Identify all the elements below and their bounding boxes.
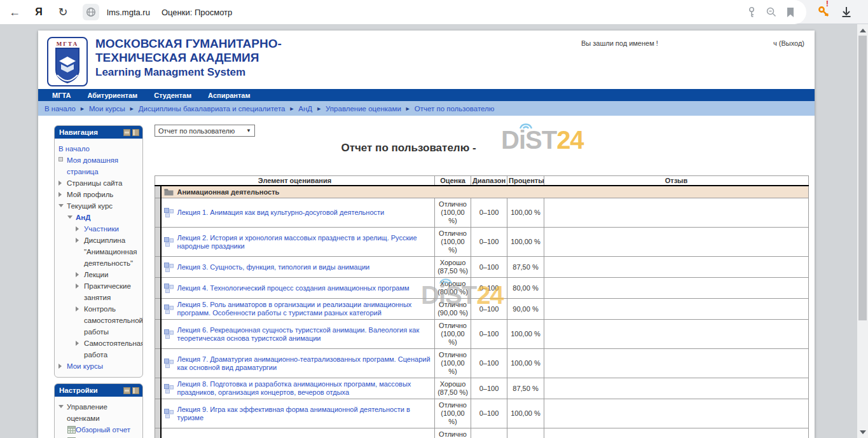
breadcrumb-link[interactable]: В начало — [45, 105, 76, 113]
nav-item-4[interactable]: Аспирантам — [208, 92, 250, 99]
feedback-cell — [544, 257, 809, 278]
vertical-scrollbar[interactable] — [857, 24, 868, 438]
scroll-up-arrow[interactable] — [857, 25, 868, 35]
refresh-button[interactable]: ↻ — [53, 3, 72, 22]
sidebar-item-label: Обзорный отчет — [76, 424, 140, 435]
range-cell: 0–100 — [471, 228, 507, 257]
grade-item-cell: Лекция 6. Рекреационная сущность туристс… — [161, 320, 435, 349]
sidebar-item-label: Мой профиль — [67, 189, 140, 200]
sidebar-item[interactable]: Мои курсы — [59, 360, 140, 372]
indent-cell — [155, 428, 161, 438]
column-header: Оценка — [435, 176, 471, 186]
expand-arrow-icon — [76, 284, 79, 289]
site-info-chip[interactable] — [83, 4, 99, 20]
breadcrumb-link[interactable]: Мои курсы — [89, 105, 125, 113]
main-nav: МГТААбитуриентамСтудентамАспирантам — [38, 89, 815, 101]
grade-item-link[interactable]: Лекция 7. Драматургия анимационно-театра… — [177, 355, 432, 372]
indent-cell — [155, 186, 161, 198]
password-alert-icon[interactable]: ! — [817, 5, 829, 19]
grade-item-link[interactable]: Лекция 9. Игра как эффективная форма ани… — [177, 406, 432, 422]
grade-item-link[interactable]: Лекция 3. Сущность, функция, типология и… — [177, 263, 370, 271]
lesson-icon — [164, 305, 174, 314]
sidebar-item[interactable]: Участники — [59, 223, 140, 235]
sidebar-item[interactable]: Практические занятия — [59, 280, 140, 303]
grade-item-cell: Лекция 3. Сущность, функция, типология и… — [161, 257, 435, 278]
grade-item-cell: Лекция 2. История и хронология массовых … — [161, 228, 435, 257]
range-cell: 0–100 — [471, 378, 507, 399]
range-cell: 0–100 — [471, 299, 507, 320]
sidebar-item[interactable]: В начало — [59, 143, 140, 154]
range-cell: 0–100 — [471, 320, 507, 349]
collapse-arrow-icon — [67, 216, 72, 219]
dock-block-icon[interactable] — [132, 387, 139, 394]
sidebar-item[interactable]: Дисциплина "Анимационная деятельность" — [59, 235, 140, 269]
sidebar-item-label: Участники — [84, 223, 140, 235]
expand-arrow-icon — [59, 192, 62, 197]
expand-arrow-icon — [76, 272, 79, 277]
breadcrumb-separator: ► — [79, 106, 85, 112]
grade-item-link[interactable]: Лекция 1. Анимация как вид культурно-дос… — [177, 209, 385, 217]
breadcrumb-link[interactable]: АнД — [298, 105, 312, 113]
bookmark-icon[interactable] — [786, 7, 795, 18]
breadcrumb-separator: ► — [289, 106, 294, 112]
sidebar-item[interactable]: Лекции — [59, 269, 140, 280]
logout-link[interactable]: ч (Выход) — [773, 39, 804, 47]
download-icon[interactable] — [840, 6, 853, 18]
grade-cell: Отлично(100,00 %) — [435, 399, 471, 428]
feedback-cell — [544, 349, 809, 378]
sidebar-item[interactable]: Мой профиль — [59, 189, 140, 200]
nav-item-3[interactable]: Студентам — [154, 92, 191, 99]
sidebar-item[interactable]: Управление оценками — [59, 401, 140, 424]
grade-cell: Отлично(100,00 %) — [435, 198, 471, 228]
grade-item-link[interactable]: Лекция 5. Роль аниматоров в организации … — [177, 301, 432, 317]
address-bar[interactable]: ← Я ↻ lms.mgta.ru Оценки: Просмотр — [0, 0, 806, 24]
back-button[interactable]: ← — [5, 3, 24, 22]
collapse-block-icon[interactable] — [123, 387, 130, 394]
range-cell: 0–100 — [471, 278, 507, 299]
grade-item-link[interactable]: Лекция 2. История и хронология массовых … — [177, 234, 432, 250]
lesson-icon — [164, 409, 174, 418]
column-header: Диапазон — [471, 176, 507, 186]
sidebar-item[interactable]: Моя домашняя страница — [59, 154, 140, 177]
breadcrumb-separator: ► — [405, 106, 411, 112]
zoom-page-icon[interactable] — [766, 6, 777, 18]
nav-item-2[interactable]: Абитуриентам — [87, 92, 137, 99]
sidebar-item-label: В начало — [59, 143, 140, 154]
sidebar-item[interactable]: Контроль самостоятельной работы — [59, 303, 140, 338]
breadcrumb-link[interactable]: Дисциплины бакалавриата и специалитета — [139, 105, 286, 113]
lesson-icon — [164, 384, 174, 394]
breadcrumb-link[interactable]: Отчет по пользователю — [415, 105, 495, 113]
breadcrumb-link[interactable]: Управление оценками — [326, 105, 401, 113]
sidebar-item[interactable]: Самостоятельная работа — [59, 338, 140, 360]
scrollbar-thumb[interactable] — [858, 36, 867, 320]
grades-table-head: Элемент оцениванияОценкаДиапазонПроценты… — [155, 176, 809, 186]
breadcrumb-separator: ► — [316, 106, 322, 112]
collapse-block-icon[interactable] — [123, 129, 130, 136]
grade-item-link[interactable]: Лекция 6. Рекреационная сущность туристс… — [177, 326, 432, 343]
sidebar-item[interactable]: Страницы сайта — [59, 177, 140, 189]
range-cell: 0–100 — [471, 198, 507, 228]
password-key-icon[interactable] — [747, 6, 757, 18]
yandex-browser-icon[interactable]: Я — [29, 3, 48, 22]
sidebar-item[interactable]: АнД — [59, 212, 140, 223]
column-header: Проценты — [507, 176, 544, 186]
site-title: МОСКОВСКАЯ ГУМАНИТАРНО- ТЕХНИЧЕСКАЯ АКАД… — [95, 37, 282, 80]
expand-arrow-icon — [76, 226, 79, 231]
site-title-line1: МОСКОВСКАЯ ГУМАНИТАРНО- — [95, 37, 282, 51]
indent-cell — [155, 320, 161, 349]
dock-block-icon[interactable] — [132, 129, 139, 136]
scroll-down-arrow[interactable] — [857, 427, 868, 437]
settings-block-title: Настройки — [59, 387, 98, 394]
sidebar-item[interactable]: Текущий курс — [59, 200, 140, 212]
category-name: Анимационная деятельность — [177, 188, 280, 196]
grade-item-link[interactable]: Лекция 8. Подготовка и разработка анимац… — [177, 380, 432, 397]
url-text[interactable]: lms.mgta.ru — [107, 8, 150, 17]
report-type-select[interactable]: Отчет по пользователю ▼ — [155, 125, 255, 137]
nav-item-1[interactable]: МГТА — [52, 92, 71, 99]
grade-item-link[interactable]: Лекция 4. Технологический процесс создан… — [177, 284, 410, 292]
sidebar-item[interactable]: Обзорный отчет — [59, 424, 140, 435]
indent-cell — [155, 299, 161, 320]
collapse-arrow-icon — [59, 204, 64, 207]
sidebar-item[interactable]: Отчет по пользователю — [59, 435, 140, 438]
navigation-block: Навигация В началоМоя домашняя страницаС… — [54, 125, 143, 378]
